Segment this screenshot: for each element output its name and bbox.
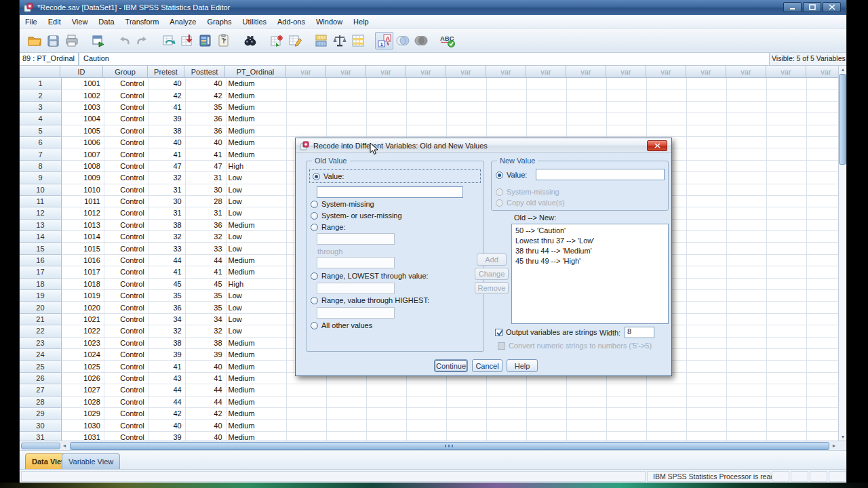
- empty-var-cells[interactable]: [287, 78, 846, 89]
- change-button[interactable]: Change: [475, 268, 509, 280]
- dialog-close-button[interactable]: [647, 140, 667, 151]
- menu-item[interactable]: File: [20, 16, 43, 27]
- help-button[interactable]: Help: [507, 359, 538, 372]
- cell-pt-ordinal[interactable]: Low: [226, 243, 288, 254]
- var-column-header[interactable]: var: [606, 66, 646, 78]
- row-header[interactable]: 15: [20, 243, 62, 254]
- cell-pt-ordinal[interactable]: High: [226, 161, 288, 172]
- cell-posttest[interactable]: 41: [186, 373, 226, 384]
- cell-pretest[interactable]: 40: [149, 420, 186, 431]
- cell-group[interactable]: Control: [104, 396, 149, 408]
- weight-cases-icon[interactable]: [330, 32, 349, 49]
- cell-group[interactable]: Control: [104, 266, 149, 278]
- var-column-header[interactable]: var: [646, 66, 686, 78]
- cell-id[interactable]: 1020: [62, 302, 104, 313]
- cell-posttest[interactable]: 42: [186, 408, 226, 420]
- cell-posttest[interactable]: 38: [186, 338, 226, 349]
- cell-pretest[interactable]: 38: [149, 338, 186, 349]
- new-value-input[interactable]: [536, 169, 665, 180]
- cell-group[interactable]: Control: [104, 220, 149, 231]
- cell-group[interactable]: Control: [104, 302, 149, 313]
- maximize-button[interactable]: [803, 2, 821, 12]
- row-header[interactable]: 31: [20, 432, 62, 441]
- cell-pt-ordinal[interactable]: Medium: [226, 89, 288, 101]
- row-header[interactable]: 26: [20, 373, 62, 384]
- var-column-header[interactable]: var: [286, 66, 326, 78]
- cell-pretest[interactable]: 41: [149, 102, 186, 113]
- cell-pt-ordinal[interactable]: Low: [226, 302, 288, 313]
- empty-var-cells[interactable]: [287, 396, 846, 408]
- cell-id[interactable]: 1021: [62, 314, 104, 325]
- range-highest-input[interactable]: [317, 307, 395, 319]
- cell-pt-ordinal[interactable]: Low: [226, 325, 288, 337]
- var-column-header[interactable]: var: [326, 66, 366, 78]
- var-column-header[interactable]: var: [526, 66, 566, 78]
- cell-posttest[interactable]: 31: [186, 207, 226, 219]
- cell-group[interactable]: Control: [104, 137, 149, 148]
- menu-item[interactable]: Transform: [120, 16, 165, 27]
- value-labels-icon[interactable]: A1: [375, 32, 393, 49]
- cell-group[interactable]: Control: [104, 349, 149, 361]
- cell-pretest[interactable]: 32: [149, 325, 186, 337]
- row-header[interactable]: 28: [20, 396, 62, 408]
- row-header[interactable]: 18: [20, 279, 62, 290]
- cell-pt-ordinal[interactable]: Medium: [226, 125, 288, 137]
- remove-button[interactable]: Remove: [475, 282, 509, 294]
- cell-pt-ordinal[interactable]: Medium: [226, 255, 288, 266]
- old-range-radio[interactable]: Range:: [311, 222, 345, 232]
- row-header[interactable]: 23: [20, 338, 62, 349]
- var-column-header[interactable]: var: [566, 66, 606, 78]
- cell-group[interactable]: Control: [104, 207, 149, 219]
- cell-posttest[interactable]: 45: [186, 279, 226, 290]
- cell-posttest[interactable]: 42: [186, 89, 226, 101]
- mapping-item[interactable]: 45 thru 49 --> 'High': [512, 256, 668, 266]
- row-header[interactable]: 6: [20, 137, 62, 148]
- cell-id[interactable]: 1003: [62, 102, 104, 113]
- var-column-header[interactable]: var: [406, 66, 446, 78]
- split-file-icon[interactable]: [312, 32, 330, 49]
- cell-pt-ordinal[interactable]: Medium: [226, 361, 288, 372]
- cell-pt-ordinal[interactable]: Medium: [226, 266, 288, 278]
- cell-pretest[interactable]: 42: [149, 89, 186, 101]
- cell-id[interactable]: 1013: [62, 220, 104, 231]
- var-column-header[interactable]: var: [366, 66, 406, 78]
- cell-posttest[interactable]: 36: [186, 220, 226, 231]
- cell-group[interactable]: Control: [104, 432, 149, 441]
- cell-group[interactable]: Control: [104, 325, 149, 337]
- cell-pretest[interactable]: 32: [149, 231, 186, 243]
- var-column-header[interactable]: var: [686, 66, 726, 78]
- empty-var-cells[interactable]: [287, 420, 846, 431]
- cell-id[interactable]: 1004: [62, 113, 104, 125]
- horizontal-scrollbar[interactable]: ◄ ►: [20, 441, 846, 450]
- row-header[interactable]: 3: [20, 102, 62, 113]
- recall-dialogs-icon[interactable]: [88, 32, 106, 49]
- cell-pretest[interactable]: 31: [149, 184, 186, 196]
- row-header[interactable]: 19: [20, 290, 62, 302]
- row-header[interactable]: 8: [20, 161, 62, 172]
- old-new-mappings-list[interactable]: 50 --> 'Caution'Lowest thru 37 --> 'Low'…: [511, 224, 669, 324]
- cell-pt-ordinal[interactable]: Medium: [226, 349, 288, 361]
- row-header[interactable]: 7: [20, 148, 62, 160]
- open-data-icon[interactable]: [25, 32, 43, 49]
- cell-id[interactable]: 1006: [62, 137, 104, 148]
- empty-var-cells[interactable]: [287, 102, 846, 113]
- cell-group[interactable]: Control: [104, 290, 149, 302]
- cell-posttest[interactable]: 35: [186, 290, 226, 302]
- print-icon[interactable]: [62, 32, 80, 49]
- cell-pretest[interactable]: 41: [149, 361, 186, 372]
- row-header[interactable]: 1: [20, 78, 62, 89]
- cell-group[interactable]: Control: [104, 361, 149, 372]
- cell-posttest[interactable]: 44: [186, 255, 226, 266]
- cell-id[interactable]: 1012: [62, 207, 104, 219]
- row-header[interactable]: 29: [20, 408, 62, 420]
- cell-id[interactable]: 1011: [62, 196, 104, 207]
- range-lowest-input[interactable]: [317, 283, 395, 294]
- cell-posttest[interactable]: 35: [186, 102, 226, 113]
- cell-posttest[interactable]: 41: [186, 266, 226, 278]
- cell-pt-ordinal[interactable]: Medium: [226, 113, 288, 125]
- cell-pt-ordinal[interactable]: Low: [226, 184, 288, 196]
- cell-group[interactable]: Control: [104, 172, 149, 184]
- variable-info-icon[interactable]: [214, 32, 233, 49]
- cell-pretest[interactable]: 43: [149, 373, 186, 384]
- cell-pretest[interactable]: 35: [149, 290, 186, 302]
